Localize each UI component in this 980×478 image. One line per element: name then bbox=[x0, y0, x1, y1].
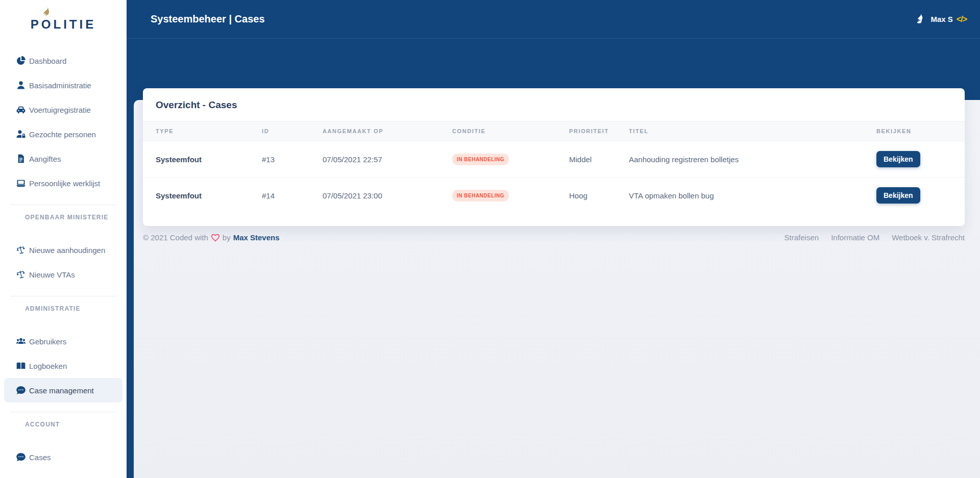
sidebar-item-nieuwe-aanhoudingen[interactable]: Nieuwe aanhoudingen bbox=[4, 238, 122, 262]
politie-flame-icon bbox=[914, 13, 926, 26]
copyright-text: © 2021 Coded with bbox=[143, 233, 208, 242]
flame-icon bbox=[38, 6, 53, 22]
politie-logo[interactable]: POLITIE bbox=[0, 0, 127, 48]
column-header-id: ID bbox=[262, 121, 323, 141]
sidebar-item-label: Cases bbox=[29, 453, 51, 462]
sidebar-item-label: Basisadministratie bbox=[29, 81, 91, 90]
user-name: Max S bbox=[931, 15, 953, 23]
table-header-row: TYPE ID AANGEMAAKT OP CONDITIE PRIORITEI… bbox=[143, 121, 965, 141]
table-row: Systeemfout #13 07/05/2021 22:57 IN BEHA… bbox=[143, 141, 965, 178]
footer-link-wetboek[interactable]: Wetboek v. Strafrecht bbox=[892, 233, 965, 242]
cell-created: 07/05/2021 23:00 bbox=[323, 178, 452, 214]
footer-link-informatie-om[interactable]: Informatie OM bbox=[831, 233, 879, 242]
sidebar-item-label: Logboeken bbox=[29, 362, 67, 370]
sidebar-item-basisadministratie[interactable]: Basisadministratie bbox=[4, 73, 122, 97]
heart-icon bbox=[211, 234, 220, 242]
sidebar-item-label: Case management bbox=[29, 386, 94, 395]
footer-link-strafeisen[interactable]: Strafeisen bbox=[785, 233, 819, 242]
footer-links: Strafeisen Informatie OM Wetboek v. Stra… bbox=[785, 233, 965, 242]
user-lock-icon bbox=[16, 129, 26, 139]
author-link[interactable]: Max Stevens bbox=[233, 233, 280, 242]
sidebar-item-persoonlijke-werklijst[interactable]: Persoonlijke werklijst bbox=[4, 171, 122, 195]
sidebar-item-label: Aangiftes bbox=[29, 155, 61, 163]
cell-type: Systeemfout bbox=[143, 141, 262, 178]
cell-priority: Middel bbox=[569, 141, 629, 178]
document-icon bbox=[16, 154, 26, 164]
column-header-aangemaakt-op: AANGEMAAKT OP bbox=[323, 121, 452, 141]
cell-id: #13 bbox=[262, 141, 323, 178]
column-header-conditie: CONDITIE bbox=[452, 121, 569, 141]
scales-icon bbox=[16, 269, 26, 280]
sidebar-item-aangiftes[interactable]: Aangiftes bbox=[4, 146, 122, 171]
user-icon bbox=[16, 80, 26, 90]
sidebar-item-cases[interactable]: Cases bbox=[4, 445, 122, 469]
main-area: Systeembeheer | Cases Max S </> Overzich… bbox=[127, 0, 980, 478]
cases-card: Overzicht - Cases TYPE ID AANGEMAAKT OP … bbox=[143, 88, 965, 226]
sidebar-divider bbox=[10, 296, 116, 296]
sidebar-item-label: Dashboard bbox=[29, 57, 66, 65]
column-header-titel: TITEL bbox=[629, 121, 876, 141]
status-badge: IN BEHANDELING bbox=[452, 190, 509, 202]
status-badge: IN BEHANDELING bbox=[452, 154, 509, 165]
bekijken-button[interactable]: Bekijken bbox=[876, 151, 920, 167]
sidebar-divider bbox=[10, 205, 116, 205]
car-icon bbox=[16, 105, 26, 115]
sidebar-divider bbox=[10, 412, 116, 412]
sidebar-item-gezochte-personen[interactable]: Gezochte personen bbox=[4, 122, 122, 146]
content-area: Overzicht - Cases TYPE ID AANGEMAAKT OP … bbox=[134, 100, 980, 478]
users-icon bbox=[16, 336, 26, 346]
page-title: Systeembeheer | Cases bbox=[151, 13, 265, 25]
cell-action: Bekijken bbox=[876, 178, 965, 214]
sidebar-item-case-management[interactable]: Case management bbox=[4, 378, 122, 402]
sidebar-item-voertuigregistratie[interactable]: Voertuigregistratie bbox=[4, 97, 122, 122]
table-row: Systeemfout #14 07/05/2021 23:00 IN BEHA… bbox=[143, 178, 965, 214]
sidebar-item-dashboard[interactable]: Dashboard bbox=[4, 48, 122, 73]
sidebar: POLITIE Dashboard Basisadministratie Voe… bbox=[0, 0, 127, 478]
page-footer: © 2021 Coded with by Max Stevens Strafei… bbox=[143, 226, 965, 242]
topbar: Systeembeheer | Cases Max S </> bbox=[127, 0, 980, 39]
sidebar-item-label: Gezochte personen bbox=[29, 130, 96, 139]
column-header-type: TYPE bbox=[143, 121, 262, 141]
sidebar-item-gebruikers[interactable]: Gebruikers bbox=[4, 329, 122, 354]
cell-priority: Hoog bbox=[569, 178, 629, 214]
sidebar-item-logboeken[interactable]: Logboeken bbox=[4, 354, 122, 378]
cell-created: 07/05/2021 22:57 bbox=[323, 141, 452, 178]
cell-action: Bekijken bbox=[876, 141, 965, 178]
card-title: Overzicht - Cases bbox=[143, 88, 965, 121]
logo-letters-rest: LITIE bbox=[54, 17, 96, 31]
cell-condition: IN BEHANDELING bbox=[452, 178, 569, 214]
cases-table: TYPE ID AANGEMAAKT OP CONDITIE PRIORITEI… bbox=[143, 121, 965, 213]
sidebar-section-administratie: ADMINISTRATIE bbox=[25, 304, 127, 329]
cell-id: #14 bbox=[262, 178, 323, 214]
sidebar-item-label: Nieuwe VTAs bbox=[29, 270, 75, 279]
scales-icon bbox=[16, 245, 26, 255]
comment-dots-icon bbox=[16, 452, 26, 462]
column-header-bekijken: BEKIJKEN bbox=[876, 121, 965, 141]
cell-type: Systeemfout bbox=[143, 178, 262, 214]
sidebar-item-label: Gebruikers bbox=[29, 337, 66, 346]
cell-title: VTA opmaken bollen bug bbox=[629, 178, 876, 214]
sidebar-item-label: Nieuwe aanhoudingen bbox=[29, 246, 105, 255]
sidebar-nav: Dashboard Basisadministratie Voertuigreg… bbox=[0, 48, 127, 469]
code-icon: </> bbox=[957, 15, 967, 24]
comment-dots-icon bbox=[16, 385, 26, 395]
politie-logo-text: POLITIE bbox=[31, 17, 96, 32]
by-text: by bbox=[223, 233, 231, 242]
bekijken-button[interactable]: Bekijken bbox=[876, 187, 920, 204]
book-open-icon bbox=[16, 361, 26, 371]
cell-title: Aanhouding registreren bolletjes bbox=[629, 141, 876, 178]
sidebar-item-nieuwe-vtas[interactable]: Nieuwe VTAs bbox=[4, 262, 122, 287]
app-root: POLITIE Dashboard Basisadministratie Voe… bbox=[0, 0, 980, 478]
sidebar-section-openbaar-ministerie: OPENBAAR MINISTERIE bbox=[25, 212, 127, 238]
user-menu[interactable]: Max S </> bbox=[914, 13, 967, 26]
footer-credits: © 2021 Coded with by Max Stevens bbox=[143, 233, 280, 242]
laptop-icon bbox=[16, 178, 26, 188]
sidebar-item-label: Persoonlijke werklijst bbox=[29, 179, 100, 188]
sidebar-section-account: ACCOUNT bbox=[25, 419, 127, 445]
sidebar-item-label: Voertuigregistratie bbox=[29, 106, 91, 114]
cell-condition: IN BEHANDELING bbox=[452, 141, 569, 178]
pie-chart-icon bbox=[16, 56, 26, 66]
column-header-prioriteit: PRIORITEIT bbox=[569, 121, 629, 141]
